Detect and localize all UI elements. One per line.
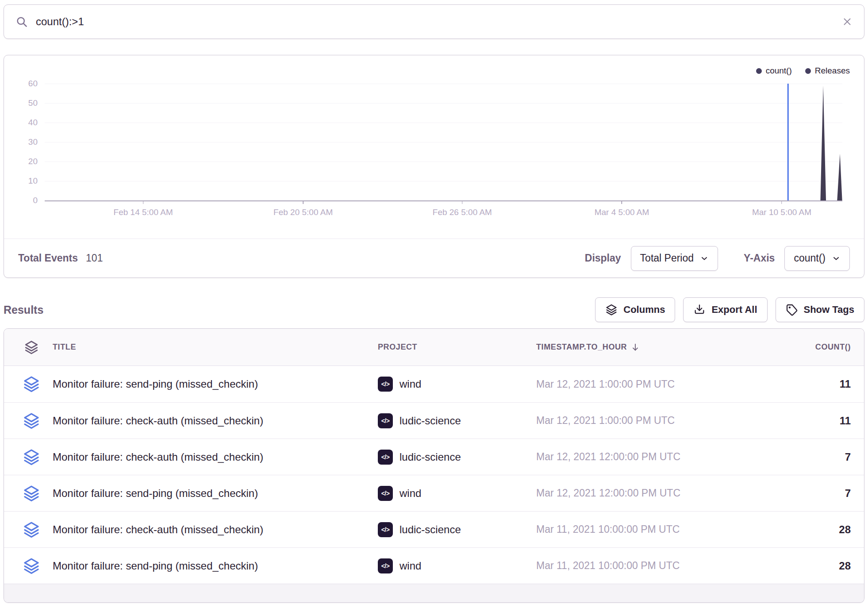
export-all-button-label: Export All [711, 304, 757, 316]
table-row[interactable]: Monitor failure: send-ping (missed_check… [4, 475, 864, 511]
x-axis-line [45, 200, 842, 201]
table-header-row: TITLE PROJECT TIMESTAMP.TO_HOUR COUNT() [4, 329, 864, 366]
platform-code-icon: </> [378, 413, 393, 428]
event-count: 28 [729, 560, 851, 572]
event-title-link[interactable]: Monitor failure: check-auth (missed_chec… [53, 523, 371, 536]
column-header-timestamp[interactable]: TIMESTAMP.TO_HOUR [536, 342, 722, 352]
total-events-value: 101 [86, 252, 103, 264]
chart-plot-area: 0102030405060Feb 14 5:00 AMFeb 20 5:00 A… [45, 84, 842, 200]
project-name: wind [399, 560, 421, 572]
event-count: 28 [729, 523, 851, 536]
columns-button[interactable]: Columns [595, 297, 675, 322]
platform-code-icon: </> [378, 450, 393, 465]
project-name: ludic-science [399, 451, 461, 463]
display-select[interactable]: Total Period [631, 246, 718, 271]
row-icon-cell [17, 557, 46, 575]
y-tick-label: 0 [33, 196, 38, 205]
stack-icon [23, 412, 40, 430]
table-row[interactable]: Monitor failure: send-ping (missed_check… [4, 547, 864, 584]
event-title-link[interactable]: Monitor failure: send-ping (missed_check… [53, 560, 371, 572]
y-tick-label: 10 [28, 176, 38, 186]
yaxis-selected-value: count() [794, 252, 826, 264]
discover-page: count() Releases 0102030405060Feb 14 5:0… [0, 0, 868, 603]
row-icon-cell [17, 375, 46, 393]
y-tick-label: 20 [28, 157, 38, 166]
column-header-timestamp-label: TIMESTAMP.TO_HOUR [536, 342, 627, 352]
x-tick-label: Mar 10 5:00 AM [752, 208, 811, 217]
yaxis-label: Y-Axis [744, 252, 775, 264]
legend-label-releases: Releases [815, 66, 850, 76]
stack-icon [23, 521, 40, 539]
event-count: 11 [729, 378, 851, 390]
results-actions: Columns Export All Show Tags [595, 297, 864, 322]
event-timestamp: Mar 12, 2021 1:00:00 PM UTC [536, 378, 722, 390]
release-marker-line[interactable] [787, 84, 789, 200]
table-row[interactable]: Monitor failure: check-auth (missed_chec… [4, 511, 864, 547]
count-series-area [45, 84, 842, 200]
legend-dot-icon [805, 68, 811, 74]
search-input[interactable] [36, 15, 842, 28]
project-cell: </> wind [378, 558, 529, 573]
chart-controls: Display Total Period Y-Axis count() [585, 246, 850, 271]
total-events-label: Total Events [18, 252, 78, 264]
chevron-down-icon [700, 254, 709, 263]
legend-item-count[interactable]: count() [756, 66, 792, 76]
legend-item-releases[interactable]: Releases [805, 66, 850, 76]
event-timestamp: Mar 12, 2021 1:00:00 PM UTC [536, 415, 722, 427]
results-header: Results Columns Export All Show Tags [4, 297, 864, 322]
display-selected-value: Total Period [640, 252, 694, 264]
columns-button-label: Columns [623, 304, 665, 316]
column-header-project[interactable]: PROJECT [378, 342, 529, 352]
event-title-link[interactable]: Monitor failure: check-auth (missed_chec… [53, 451, 371, 463]
event-timestamp: Mar 11, 2021 10:00:00 PM UTC [536, 523, 722, 535]
chevron-down-icon [832, 254, 841, 263]
event-title-link[interactable]: Monitor failure: send-ping (missed_check… [53, 487, 371, 500]
row-icon-cell [17, 412, 46, 430]
legend-label-count: count() [766, 66, 792, 76]
table-row[interactable]: Monitor failure: check-auth (missed_chec… [4, 439, 864, 475]
platform-code-icon: </> [378, 377, 393, 392]
legend-dot-icon [756, 68, 762, 74]
event-count: 11 [729, 415, 851, 427]
results-heading: Results [4, 304, 43, 316]
chart-panel: count() Releases 0102030405060Feb 14 5:0… [4, 55, 864, 278]
y-tick-label: 30 [28, 137, 38, 147]
platform-code-icon: </> [378, 522, 393, 537]
x-tick-label: Mar 4 5:00 AM [595, 208, 649, 217]
results-table: TITLE PROJECT TIMESTAMP.TO_HOUR COUNT() … [4, 328, 864, 603]
tag-icon [786, 304, 798, 316]
project-cell: </> wind [378, 377, 529, 392]
layers-icon [24, 340, 39, 355]
search-icon [15, 15, 28, 28]
project-name: wind [399, 378, 421, 390]
table-row[interactable]: Monitor failure: check-auth (missed_chec… [4, 402, 864, 439]
export-all-button[interactable]: Export All [683, 297, 767, 322]
event-timestamp: Mar 12, 2021 12:00:00 PM UTC [536, 451, 722, 463]
stack-icon [23, 485, 40, 502]
yaxis-select[interactable]: count() [784, 246, 850, 271]
stack-icon [23, 448, 40, 466]
row-icon-cell [17, 521, 46, 539]
table-row[interactable]: Monitor failure: send-ping (missed_check… [4, 366, 864, 402]
stack-icon [23, 375, 40, 393]
platform-code-icon: </> [378, 558, 393, 573]
project-name: ludic-science [399, 415, 461, 427]
event-title-link[interactable]: Monitor failure: send-ping (missed_check… [53, 378, 371, 390]
event-timestamp: Mar 11, 2021 10:00:00 PM UTC [536, 560, 722, 572]
stack-icon [23, 557, 40, 575]
column-header-count[interactable]: COUNT() [729, 342, 851, 352]
project-cell: </> ludic-science [378, 413, 529, 428]
display-label: Display [585, 252, 621, 264]
event-count: 7 [729, 451, 851, 463]
show-tags-button[interactable]: Show Tags [776, 297, 865, 322]
event-count: 7 [729, 487, 851, 500]
header-icon-cell [17, 340, 46, 355]
row-icon-cell [17, 448, 46, 466]
x-tick-label: Feb 20 5:00 AM [273, 208, 333, 217]
chart-footer: Total Events 101 Display Total Period Y-… [4, 239, 864, 277]
clear-search-icon[interactable] [842, 16, 853, 27]
event-title-link[interactable]: Monitor failure: check-auth (missed_chec… [53, 415, 371, 427]
y-tick-label: 40 [28, 118, 38, 127]
search-bar[interactable] [4, 4, 864, 39]
column-header-title[interactable]: TITLE [53, 342, 371, 352]
